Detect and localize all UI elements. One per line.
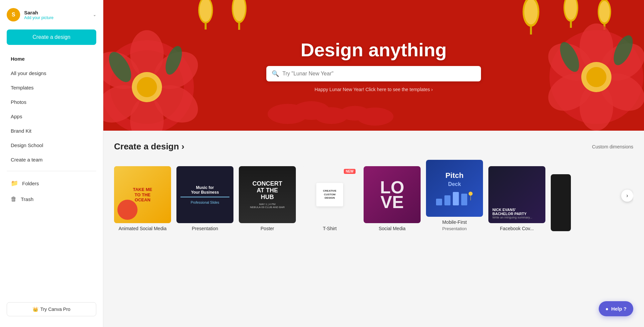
- hero-banner: Design anything 🔍 Happy Lunar New Year! …: [103, 0, 644, 131]
- svg-point-45: [268, 104, 308, 124]
- design-cards-row: TAKE METO THEOCEAN Animated Social Media…: [114, 160, 633, 231]
- svg-point-12: [524, 0, 538, 24]
- trash-label: Trash: [21, 196, 34, 202]
- svg-point-11: [523, 0, 539, 27]
- svg-point-16: [565, 0, 577, 20]
- svg-point-40: [541, 36, 599, 88]
- search-icon: 🔍: [272, 70, 279, 77]
- sidebar-item-create-a-team[interactable]: Create a team: [3, 153, 100, 167]
- svg-point-42: [586, 67, 606, 87]
- trash-icon: 🗑: [11, 196, 17, 203]
- svg-point-48: [340, 106, 370, 121]
- svg-point-44: [610, 32, 637, 68]
- chevron-right-icon: ›: [626, 193, 628, 199]
- card-poster[interactable]: CONCERTAT THEHUB MAY 1 | 4 PMNEBULA 09 C…: [239, 166, 296, 231]
- card-animated-social-media[interactable]: TAKE METO THEOCEAN Animated Social Media: [114, 166, 171, 231]
- poster-label: Poster: [261, 226, 274, 231]
- hero-content: Design anything 🔍 Happy Lunar New Year! …: [266, 39, 481, 92]
- svg-point-15: [564, 0, 578, 22]
- pitch-chart: [434, 189, 475, 205]
- card-facebook-cover[interactable]: NICK EVANS'BACHELOR PARTY Write an intri…: [488, 166, 545, 231]
- svg-point-2: [198, 0, 213, 23]
- svg-point-34: [549, 30, 643, 124]
- facebook-card-text: NICK EVANS'BACHELOR PARTY: [492, 208, 527, 216]
- help-button[interactable]: ● Help ?: [599, 301, 633, 316]
- svg-point-29: [103, 44, 147, 97]
- animated-social-text: TAKE METO THEOCEAN: [122, 187, 163, 203]
- avatar-initial: S: [12, 12, 15, 18]
- svg-point-38: [580, 84, 613, 131]
- create-design-button[interactable]: Create a design: [7, 29, 96, 45]
- sidebar-item-apps[interactable]: Apps: [3, 110, 100, 123]
- svg-point-23: [110, 50, 184, 124]
- facebook-subtext: Write an intriguing summary...: [492, 216, 532, 219]
- svg-rect-13: [530, 26, 532, 35]
- folders-label: Folders: [22, 181, 39, 186]
- chevron-down-icon[interactable]: ⌄: [93, 12, 96, 17]
- social-media-label: Social Media: [379, 226, 406, 231]
- presentation-label: Presentation: [192, 226, 218, 231]
- try-canva-pro-label: Try Canva Pro: [40, 307, 70, 312]
- sidebar-item-all-your-designs[interactable]: All your designs: [3, 66, 100, 80]
- custom-dimensions-link[interactable]: Custom dimensions: [592, 144, 633, 149]
- card-partial: [551, 174, 571, 231]
- crown-icon: 👑: [33, 307, 38, 312]
- svg-rect-51: [444, 195, 450, 205]
- social-card-text: LOVE: [380, 180, 404, 209]
- svg-rect-21: [603, 24, 605, 30]
- card-tshirt[interactable]: NEW CREATIVECUSTOMDESIGN T-Shirt: [301, 166, 358, 231]
- add-picture-link[interactable]: Add your picture: [24, 15, 89, 20]
- search-bar[interactable]: 🔍: [266, 66, 481, 81]
- tshirt-label: T-Shirt: [323, 226, 336, 231]
- nav-divider: [7, 171, 96, 171]
- svg-point-36: [594, 36, 644, 88]
- svg-point-8: [233, 0, 245, 21]
- create-design-section-title[interactable]: Create a design ›: [114, 141, 184, 152]
- svg-rect-53: [461, 194, 467, 205]
- svg-rect-9: [238, 22, 240, 30]
- poster-subtext: MAY 1 | 4 PMNEBULA 09 CLUB AND BAR: [250, 203, 285, 209]
- svg-point-28: [103, 78, 147, 130]
- user-info: Sarah Add your picture: [24, 10, 89, 20]
- sidebar-item-trash[interactable]: 🗑 Trash: [3, 192, 100, 207]
- help-label: Help ?: [611, 306, 627, 312]
- svg-point-27: [130, 97, 164, 131]
- sidebar-item-photos[interactable]: Photos: [3, 95, 100, 109]
- sidebar-item-design-school[interactable]: Design School: [3, 138, 100, 152]
- lunar-new-year-link[interactable]: Happy Lunar New Year! Click here to see …: [315, 87, 433, 92]
- mobile-first-sublabel: Presentation: [442, 226, 467, 231]
- presentation-subtext: Professional Slides: [191, 201, 219, 204]
- sidebar-item-folders[interactable]: 📁 Folders: [3, 176, 100, 191]
- sidebar-item-templates[interactable]: Templates: [3, 81, 100, 94]
- poster-card-text: CONCERTAT THEHUB: [253, 181, 282, 200]
- card-social-media[interactable]: LOVE Social Media: [364, 166, 421, 231]
- svg-point-32: [104, 48, 136, 86]
- sidebar-item-brand-kit[interactable]: Brand Kit: [3, 124, 100, 138]
- try-canva-pro-button[interactable]: 👑 Try Canva Pro: [7, 302, 96, 316]
- animated-circle-decor: [117, 200, 138, 220]
- main-content: Design anything 🔍 Happy Lunar New Year! …: [103, 0, 644, 327]
- mobile-first-label: Mobile-First: [442, 219, 467, 225]
- facebook-cover-label: Facebook Cov...: [500, 226, 534, 231]
- sidebar: S Sarah Add your picture ⌄ Create a desi…: [0, 0, 103, 327]
- animated-social-label: Animated Social Media: [118, 226, 166, 231]
- svg-point-41: [581, 62, 611, 92]
- tshirt-shape: CREATIVECUSTOMDESIGN: [316, 183, 343, 206]
- section-header: Create a design › Custom dimensions: [114, 141, 633, 152]
- svg-point-46: [293, 101, 330, 120]
- scroll-right-button[interactable]: ›: [621, 190, 633, 202]
- new-badge: NEW: [344, 169, 356, 174]
- svg-rect-52: [453, 192, 459, 205]
- svg-rect-4: [205, 23, 207, 29]
- search-input[interactable]: [282, 71, 476, 77]
- svg-point-22: [103, 40, 194, 131]
- sidebar-item-home[interactable]: Home: [3, 52, 100, 66]
- svg-point-7: [232, 0, 247, 23]
- presentation-divider: [180, 197, 229, 197]
- card-presentation[interactable]: Music forYour Business Professional Slid…: [176, 166, 233, 231]
- svg-point-47: [315, 107, 348, 124]
- folders-icon: 📁: [11, 180, 18, 187]
- card-mobile-first-presentation[interactable]: Pitch Deck Mobil: [426, 160, 483, 231]
- presentation-card-text: Music forYour Business: [191, 185, 219, 195]
- avatar: S: [7, 8, 20, 21]
